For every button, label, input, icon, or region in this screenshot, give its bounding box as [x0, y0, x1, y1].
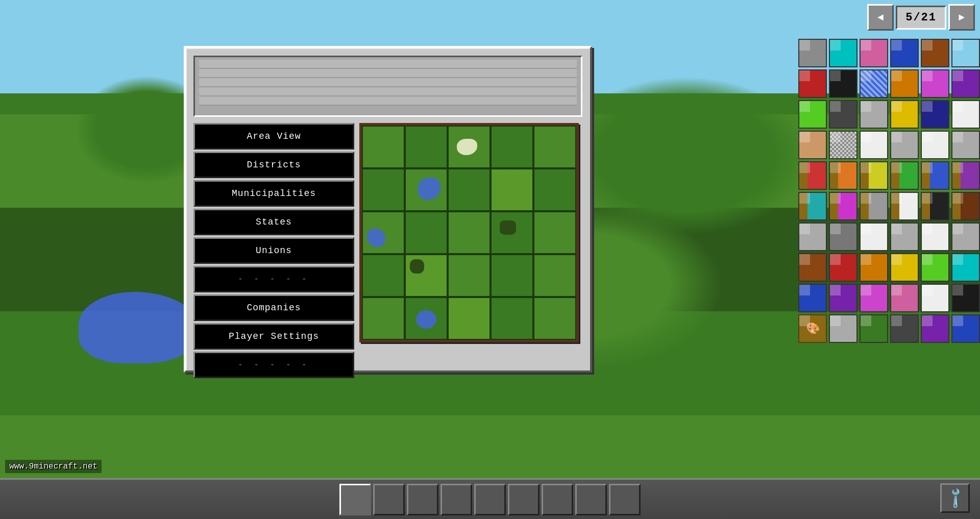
bed-black[interactable]	[921, 192, 949, 220]
block-darkgray[interactable]	[829, 100, 857, 129]
top-navigation: ◄ 5/21 ►	[867, 4, 975, 31]
menu-buttons-list: Area View Districts Municipalities State…	[193, 123, 354, 378]
dialog-panel: Area View Districts Municipalities State…	[184, 46, 592, 373]
scroll-area	[193, 56, 582, 117]
companies-button[interactable]: Companies	[193, 294, 354, 321]
hotbar-slot-5[interactable]	[474, 484, 506, 515]
item-easel1[interactable]: 🎨	[798, 314, 827, 343]
item-misc4[interactable]	[890, 223, 919, 251]
map-cell	[533, 254, 576, 297]
item-banner[interactable]	[798, 253, 827, 282]
item-banner-red[interactable]	[829, 253, 857, 282]
hotbar: 🔧	[0, 478, 980, 519]
player-settings-button[interactable]: Player Settings	[193, 323, 354, 350]
item-skull[interactable]	[829, 223, 857, 251]
bed-yellow[interactable]	[860, 161, 888, 190]
block-empty1	[951, 39, 980, 67]
block-blue[interactable]	[890, 39, 919, 67]
hotbar-slot-8[interactable]	[575, 484, 607, 515]
block-brown[interactable]	[921, 39, 949, 67]
map-cell	[533, 297, 576, 340]
item-misc5[interactable]	[921, 223, 949, 251]
block-magenta[interactable]	[921, 69, 949, 98]
map-cell	[405, 168, 448, 211]
item-banner-grn[interactable]	[921, 253, 949, 282]
map-cell	[405, 211, 448, 254]
bed-blue[interactable]	[921, 161, 949, 190]
map-cell	[362, 126, 405, 168]
block-gray[interactable]	[798, 39, 827, 67]
map-cell	[491, 297, 533, 340]
watermark: www.9minecraft.net	[5, 460, 102, 473]
item-misc14[interactable]	[951, 314, 980, 343]
item-misc1[interactable]	[798, 223, 827, 251]
item-banner-wht[interactable]	[921, 284, 949, 312]
bed-red[interactable]	[798, 161, 827, 190]
item-misc13[interactable]	[921, 314, 949, 343]
separator-2: - - - - -	[193, 352, 354, 378]
bed-purple[interactable]	[951, 161, 980, 190]
item-banner-prp[interactable]	[829, 284, 857, 312]
hotbar-slot-1[interactable]	[339, 484, 371, 515]
block-lime[interactable]	[798, 100, 827, 129]
block-red[interactable]	[798, 69, 827, 98]
states-button[interactable]: States	[193, 209, 354, 235]
block-white[interactable]	[951, 100, 980, 129]
map-cell	[362, 297, 405, 340]
wrench-button[interactable]: 🔧	[940, 483, 970, 513]
block-purple[interactable]	[951, 69, 980, 98]
hotbar-slot-9[interactable]	[609, 484, 641, 515]
item-misc12[interactable]	[890, 314, 919, 343]
block-white3[interactable]	[921, 131, 949, 159]
block-black[interactable]	[829, 69, 857, 98]
hotbar-slot-4[interactable]	[440, 484, 472, 515]
bed-lightgray[interactable]	[860, 192, 888, 220]
hotbar-slot-7[interactable]	[542, 484, 573, 515]
hotbar-slot-2[interactable]	[373, 484, 405, 515]
districts-button[interactable]: Districts	[193, 152, 354, 178]
block-lgray3[interactable]	[951, 131, 980, 159]
map-cell	[533, 211, 576, 254]
bed-cyan[interactable]	[798, 192, 827, 220]
item-misc11[interactable]	[860, 314, 888, 343]
item-banner-blu[interactable]	[798, 284, 827, 312]
item-misc10[interactable]	[829, 314, 857, 343]
block-lgray[interactable]	[860, 100, 888, 129]
block-white2[interactable]	[860, 131, 888, 159]
bed-magenta[interactable]	[829, 192, 857, 220]
next-button[interactable]: ►	[948, 4, 975, 31]
map-cell	[448, 126, 491, 168]
municipalities-button[interactable]: Municipalities	[193, 180, 354, 207]
item-misc3[interactable]	[860, 223, 888, 251]
block-cyan[interactable]	[829, 39, 857, 67]
map-cell	[362, 211, 405, 254]
map-cell	[533, 168, 576, 211]
item-banner-yel[interactable]	[890, 253, 919, 282]
bed-white[interactable]	[890, 192, 919, 220]
hotbar-slot-6[interactable]	[508, 484, 540, 515]
bed-orange[interactable]	[829, 161, 857, 190]
block-lgray2[interactable]	[890, 131, 919, 159]
block-checker[interactable]	[829, 131, 857, 159]
bed-green[interactable]	[890, 161, 919, 190]
prev-button[interactable]: ◄	[867, 4, 894, 31]
item-banner-cyn[interactable]	[951, 253, 980, 282]
mini-map	[359, 123, 579, 342]
item-banner-org[interactable]	[860, 253, 888, 282]
item-banner-pnk[interactable]	[890, 284, 919, 312]
unions-button[interactable]: Unions	[193, 237, 354, 264]
bed-brown[interactable]	[951, 192, 980, 220]
block-pink[interactable]	[860, 39, 888, 67]
map-cell	[362, 254, 405, 297]
item-banner-mag[interactable]	[860, 284, 888, 312]
hotbar-slot-3[interactable]	[407, 484, 438, 515]
area-view-button[interactable]: Area View	[193, 123, 354, 150]
block-darkblue[interactable]	[921, 100, 949, 129]
block-yellow[interactable]	[890, 100, 919, 129]
block-orange[interactable]	[890, 69, 919, 98]
block-pattern[interactable]	[860, 69, 888, 98]
block-tan[interactable]	[798, 131, 827, 159]
map-cell	[491, 254, 533, 297]
item-misc6[interactable]	[951, 223, 980, 251]
item-banner-blk[interactable]	[951, 284, 980, 312]
